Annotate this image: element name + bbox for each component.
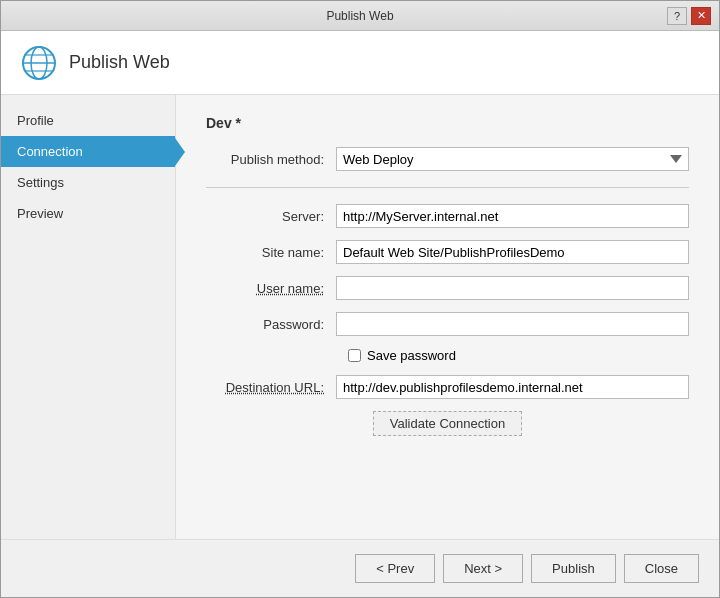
- save-password-row: Save password: [206, 348, 689, 363]
- dialog-header-title: Publish Web: [69, 52, 170, 73]
- sidebar: Profile Connection Settings Preview: [1, 95, 176, 539]
- validate-row: Validate Connection: [206, 411, 689, 436]
- destination-url-row: Destination URL:: [206, 375, 689, 399]
- user-name-input[interactable]: [336, 276, 689, 300]
- title-bar-text: Publish Web: [53, 9, 667, 23]
- dialog-footer: < Prev Next > Publish Close: [1, 539, 719, 597]
- password-row: Password:: [206, 312, 689, 336]
- dialog-header: Publish Web: [1, 31, 719, 95]
- next-button[interactable]: Next >: [443, 554, 523, 583]
- sidebar-item-settings[interactable]: Settings: [1, 167, 175, 198]
- publish-method-row: Publish method: Web Deploy Web Deploy Pa…: [206, 147, 689, 171]
- save-password-checkbox[interactable]: [348, 349, 361, 362]
- content-area: Dev * Publish method: Web Deploy Web Dep…: [176, 95, 719, 539]
- title-bar-controls: ? ✕: [667, 7, 711, 25]
- server-label: Server:: [206, 209, 336, 224]
- close-button[interactable]: Close: [624, 554, 699, 583]
- separator: [206, 187, 689, 188]
- publish-web-dialog: Publish Web ? ✕ Publish Web Profile Conn…: [0, 0, 720, 598]
- close-title-button[interactable]: ✕: [691, 7, 711, 25]
- sidebar-item-connection[interactable]: Connection: [1, 136, 175, 167]
- site-name-row: Site name:: [206, 240, 689, 264]
- destination-url-label: Destination URL:: [206, 380, 336, 395]
- publish-button[interactable]: Publish: [531, 554, 616, 583]
- server-input[interactable]: [336, 204, 689, 228]
- user-name-label: User name:: [206, 281, 336, 296]
- title-bar: Publish Web ? ✕: [1, 1, 719, 31]
- validate-connection-button[interactable]: Validate Connection: [373, 411, 522, 436]
- site-name-label: Site name:: [206, 245, 336, 260]
- help-button[interactable]: ?: [667, 7, 687, 25]
- password-label: Password:: [206, 317, 336, 332]
- destination-url-input[interactable]: [336, 375, 689, 399]
- publish-method-select[interactable]: Web Deploy Web Deploy Package FTP File S…: [336, 147, 689, 171]
- user-name-row: User name:: [206, 276, 689, 300]
- password-input[interactable]: [336, 312, 689, 336]
- server-row: Server:: [206, 204, 689, 228]
- globe-icon: [21, 45, 57, 81]
- sidebar-item-profile[interactable]: Profile: [1, 105, 175, 136]
- dialog-body: Profile Connection Settings Preview Dev …: [1, 95, 719, 539]
- site-name-input[interactable]: [336, 240, 689, 264]
- publish-method-label: Publish method:: [206, 152, 336, 167]
- save-password-label[interactable]: Save password: [367, 348, 456, 363]
- section-title: Dev *: [206, 115, 689, 131]
- prev-button[interactable]: < Prev: [355, 554, 435, 583]
- sidebar-item-preview[interactable]: Preview: [1, 198, 175, 229]
